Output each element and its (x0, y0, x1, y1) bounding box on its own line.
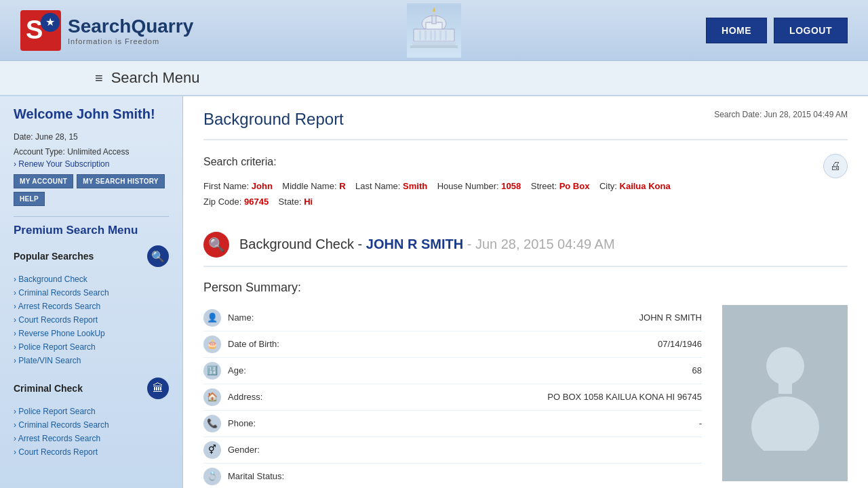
field-value-address: PO BOX 1058 KAILUA KONA HI 96745 (547, 392, 702, 402)
first-name-label: First Name: (203, 181, 249, 191)
bg-check-name: JOHN R SMITH (366, 237, 463, 251)
field-row: 🏠 Address: PO BOX 1058 KAILUA KONA HI 96… (203, 384, 702, 411)
bg-check-icon: 🔍 (203, 232, 229, 258)
popular-search-icon[interactable]: 🔍 (147, 245, 169, 267)
summary-fields: 👤 Name: JOHN R SMITH 🎂 Date of Birth: 07… (203, 305, 702, 488)
search-history-button[interactable]: MY SEARCH HISTORY (77, 174, 165, 188)
renew-link[interactable]: Renew Your Subscription (14, 159, 169, 169)
field-row: 💍 Marital Status: (203, 464, 702, 488)
bg-check-date: Jun 28, 2015 04:49 AM (475, 237, 615, 251)
svg-rect-17 (412, 41, 456, 45)
list-item[interactable]: Police Report Search (14, 340, 169, 354)
criminal-check-icon[interactable]: 🏛 (147, 378, 169, 399)
svg-rect-14 (434, 30, 436, 40)
zip-label: Zip Code: (203, 197, 241, 207)
bg-check-separator: - (467, 237, 472, 251)
person-summary-section: Person Summary: 👤 Name: JOHN R SMITH 🎂 D… (203, 281, 848, 488)
bg-check-banner: 🔍 Background Check - JOHN R SMITH - Jun … (203, 224, 848, 267)
field-row: 👤 Name: JOHN R SMITH (203, 305, 702, 331)
age-icon: 🔢 (203, 362, 221, 380)
street-value: Po Box (559, 181, 590, 191)
list-item[interactable]: Background Check (14, 272, 169, 286)
svg-text:S: S (26, 16, 43, 44)
list-item[interactable]: Court Records Report (14, 313, 169, 327)
field-row: 🎂 Date of Birth: 07/14/1946 (203, 331, 702, 358)
print-button[interactable]: 🖨 (823, 154, 848, 178)
field-row: 🔢 Age: 68 (203, 358, 702, 384)
person-summary-title: Person Summary: (203, 281, 848, 295)
zip-value: 96745 (244, 197, 269, 207)
svg-rect-16 (445, 30, 447, 40)
list-item[interactable]: Arrest Records Search (14, 432, 169, 445)
logo-area: S ★ SearchQuarry Information is Freedom (20, 10, 193, 51)
svg-point-19 (766, 347, 804, 385)
avatar-silhouette (745, 336, 826, 451)
field-label: Address: (228, 392, 309, 402)
list-item[interactable]: Arrest Records Search (14, 300, 169, 313)
list-item[interactable]: Court Records Report (14, 445, 169, 459)
svg-rect-21 (778, 382, 792, 394)
city-label: City: (599, 181, 617, 191)
list-item[interactable]: Criminal Records Search (14, 286, 169, 300)
sidebar: Welcome John Smith! Date: June 28, 15 Ac… (0, 96, 183, 488)
avatar-box (722, 305, 848, 481)
criteria-title: Search criteria: (203, 156, 277, 168)
user-info: Date: June 28, 15 Account Type: Unlimite… (14, 130, 169, 159)
help-button[interactable]: HELP (14, 192, 45, 206)
list-item[interactable]: Police Report Search (14, 405, 169, 418)
svg-rect-18 (410, 45, 458, 48)
capitol-image (407, 3, 461, 58)
search-criteria-section: Search criteria: 🖨 First Name: John Midd… (203, 154, 848, 210)
date-value: June 28, 15 (35, 132, 78, 142)
logo-text: SearchQuarry Information is Freedom (68, 16, 193, 45)
list-item[interactable]: Reverse Phone LookUp (14, 327, 169, 340)
account-label: Account Type: (14, 147, 65, 157)
popular-searches-header: Popular Searches 🔍 (14, 245, 169, 267)
svg-rect-13 (430, 30, 432, 40)
hamburger-icon[interactable]: ≡ (95, 70, 103, 86)
divider-1 (14, 216, 169, 217)
state-label: State: (279, 197, 302, 207)
bg-check-label: Background Check - (239, 237, 362, 251)
city-value: Kailua Kona (620, 181, 671, 191)
my-account-button[interactable]: MY ACCOUNT (14, 174, 73, 188)
address-icon: 🏠 (203, 388, 221, 406)
logo-icon: S ★ (20, 10, 61, 51)
field-label: Name: (228, 312, 309, 323)
field-label: Gender: (228, 445, 309, 455)
home-button[interactable]: HOME (706, 18, 767, 43)
state-value: Hi (304, 197, 313, 207)
svg-text:★: ★ (45, 16, 55, 28)
popular-section-title: Popular Searches (14, 251, 94, 262)
criteria-row-2: Zip Code: 96745 State: Hi (203, 194, 848, 209)
svg-rect-12 (425, 30, 427, 40)
field-label: Date of Birth: (228, 339, 309, 349)
page-header: S ★ SearchQuarry Information is Freedom (0, 0, 868, 61)
house-number-value: 1058 (501, 181, 521, 191)
field-value-dob: 07/14/1946 (658, 339, 702, 349)
field-row: 📞 Phone: - (203, 411, 702, 437)
criteria-header-row: Search criteria: 🖨 (203, 154, 848, 178)
field-label: Age: (228, 365, 309, 375)
nav-bar: ≡ Search Menu (0, 61, 868, 96)
last-name-label: Last Name: (355, 181, 400, 191)
main-container: Welcome John Smith! Date: June 28, 15 Ac… (0, 96, 868, 488)
search-date: Search Date: Jun 28, 2015 04:49 AM (714, 110, 848, 119)
list-item[interactable]: Plate/VIN Search (14, 354, 169, 367)
last-name-value: Smith (403, 181, 427, 191)
header-buttons: HOME LOGOUT (706, 18, 848, 43)
phone-icon: 📞 (203, 415, 221, 432)
nav-title: Search Menu (111, 69, 200, 87)
content-area: Background Report Search Date: Jun 28, 2… (183, 96, 868, 488)
bg-check-title: Background Check - JOHN R SMITH - Jun 28… (239, 237, 615, 252)
criminal-menu-list: Police Report Search Criminal Records Se… (14, 405, 169, 459)
logout-button[interactable]: LOGOUT (774, 18, 848, 43)
svg-rect-15 (439, 30, 441, 40)
search-date-value: Jun 28, 2015 04:49 AM (764, 110, 848, 119)
house-number-label: House Number: (437, 181, 499, 191)
marital-icon: 💍 (203, 468, 221, 485)
field-label: Marital Status: (228, 471, 309, 481)
name-icon: 👤 (203, 309, 221, 327)
date-label: Date: (14, 132, 33, 142)
list-item[interactable]: Criminal Records Search (14, 418, 169, 432)
